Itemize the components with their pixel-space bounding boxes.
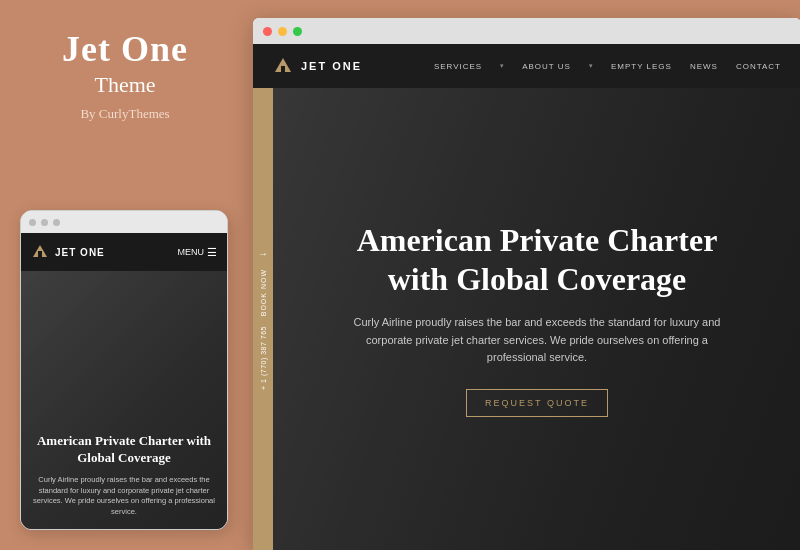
theme-title-block: Jet One Theme By CurlyThemes xyxy=(62,30,188,122)
theme-author: By CurlyThemes xyxy=(62,106,188,122)
mobile-mockup: JET ONE MENU ☰ American Private Charter … xyxy=(20,210,228,530)
browser-dot-maximize[interactable] xyxy=(293,27,302,36)
hamburger-icon: ☰ xyxy=(207,246,217,259)
nav-link-empty-legs[interactable]: EMPTY LEGS xyxy=(611,62,672,71)
desktop-logo-text: JET ONE xyxy=(301,60,362,72)
book-now-vertical-label: BOOK NOW xyxy=(260,269,267,316)
browser-dot-close[interactable] xyxy=(263,27,272,36)
mobile-dot-2 xyxy=(41,219,48,226)
nav-link-about[interactable]: ABOUT US xyxy=(522,62,571,71)
mobile-hero-content: American Private Charter with Global Cov… xyxy=(33,433,215,517)
desktop-hero: → BOOK NOW + 1 (770) 387 765 American Pr… xyxy=(253,88,800,550)
desktop-logo-icon xyxy=(273,56,293,76)
browser-titlebar xyxy=(253,18,800,44)
svg-rect-1 xyxy=(38,251,42,257)
browser-dot-minimize[interactable] xyxy=(278,27,287,36)
phone-vertical-label: + 1 (770) 387 765 xyxy=(260,326,267,390)
mobile-logo-text: JET ONE xyxy=(55,247,105,258)
mobile-menu-button[interactable]: MENU ☰ xyxy=(178,246,218,259)
nav-link-contact[interactable]: CONTACT xyxy=(736,62,781,71)
nav-link-services[interactable]: SERVICES xyxy=(434,62,482,71)
browser-mockup: JET ONE SERVICES ▾ ABOUT US ▾ EMPTY LEGS… xyxy=(253,18,800,550)
desktop-logo-area: JET ONE xyxy=(273,56,362,76)
theme-name-line2: Theme xyxy=(62,72,188,98)
services-chevron-icon: ▾ xyxy=(500,62,504,70)
desktop-hero-title: American Private Charter with Global Cov… xyxy=(333,221,741,298)
left-panel: Jet One Theme By CurlyThemes JET ONE MEN… xyxy=(0,0,250,550)
nav-link-news[interactable]: NEWS xyxy=(690,62,718,71)
svg-rect-3 xyxy=(281,66,285,72)
desktop-hero-content: American Private Charter with Global Cov… xyxy=(273,221,800,417)
desktop-navbar: JET ONE SERVICES ▾ ABOUT US ▾ EMPTY LEGS… xyxy=(253,44,800,88)
mobile-hero-title: American Private Charter with Global Cov… xyxy=(33,433,215,467)
desktop-hero-description: Curly Airline proudly raises the bar and… xyxy=(347,314,727,367)
vertical-arrow-icon: → xyxy=(258,248,268,259)
mobile-hero: American Private Charter with Global Cov… xyxy=(21,271,227,530)
request-quote-button[interactable]: REQUEST QUOTE xyxy=(466,389,608,417)
mobile-logo-area: JET ONE xyxy=(31,243,105,261)
theme-name-line1: Jet One xyxy=(62,30,188,70)
mobile-dot-3 xyxy=(53,219,60,226)
vertical-sidebar-tab: → BOOK NOW + 1 (770) 387 765 xyxy=(253,88,273,550)
about-chevron-icon: ▾ xyxy=(589,62,593,70)
mobile-navbar: JET ONE MENU ☰ xyxy=(21,233,227,271)
desktop-nav-links: SERVICES ▾ ABOUT US ▾ EMPTY LEGS NEWS CO… xyxy=(434,62,781,71)
mobile-menu-label: MENU xyxy=(178,247,205,257)
mobile-dot-1 xyxy=(29,219,36,226)
mobile-logo-icon xyxy=(31,243,49,261)
mobile-titlebar xyxy=(21,211,227,233)
mobile-hero-description: Curly Airline proudly raises the bar and… xyxy=(33,475,215,517)
